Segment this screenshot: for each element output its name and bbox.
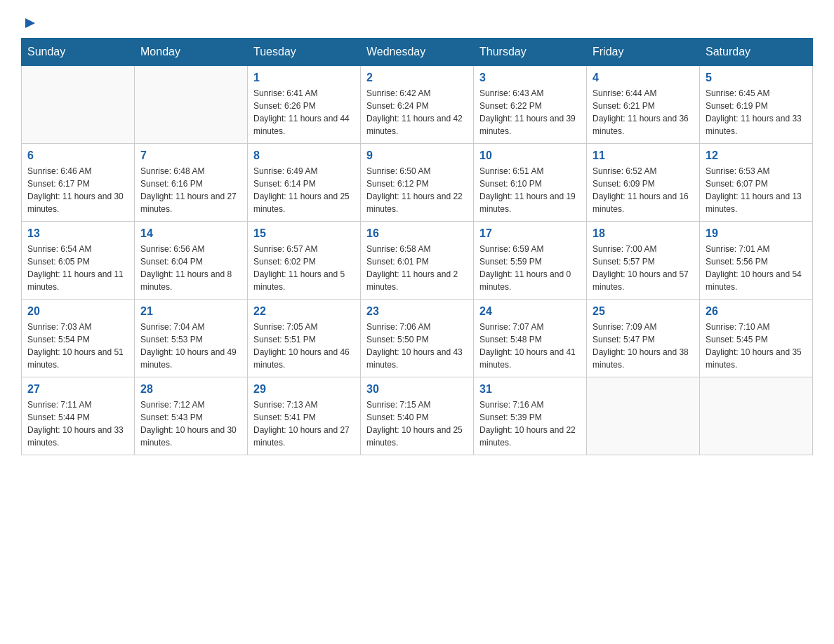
daylight-text: Daylight: 10 hours and 46 minutes. bbox=[253, 346, 355, 371]
day-info: Sunrise: 7:16 AMSunset: 5:39 PMDaylight:… bbox=[479, 398, 581, 449]
sunset-text: Sunset: 6:17 PM bbox=[27, 177, 128, 190]
calendar-cell: 4Sunrise: 6:44 AMSunset: 6:21 PMDaylight… bbox=[587, 66, 700, 144]
sunset-text: Sunset: 6:10 PM bbox=[479, 177, 581, 190]
day-info: Sunrise: 6:52 AMSunset: 6:09 PMDaylight:… bbox=[593, 165, 694, 215]
week-row-3: 20Sunrise: 7:03 AMSunset: 5:54 PMDayligh… bbox=[22, 300, 813, 377]
day-number: 7 bbox=[140, 149, 241, 162]
day-number: 8 bbox=[253, 149, 355, 162]
day-info: Sunrise: 6:56 AMSunset: 6:04 PMDaylight:… bbox=[140, 243, 241, 293]
sunset-text: Sunset: 5:50 PM bbox=[366, 333, 468, 346]
daylight-text: Daylight: 10 hours and 51 minutes. bbox=[27, 346, 128, 371]
calendar-cell: 6Sunrise: 6:46 AMSunset: 6:17 PMDaylight… bbox=[22, 144, 135, 222]
daylight-text: Daylight: 11 hours and 8 minutes. bbox=[140, 268, 241, 293]
day-number: 23 bbox=[366, 305, 468, 318]
day-info: Sunrise: 6:43 AMSunset: 6:22 PMDaylight:… bbox=[479, 87, 581, 137]
calendar-cell: 13Sunrise: 6:54 AMSunset: 6:05 PMDayligh… bbox=[22, 222, 135, 300]
daylight-text: Daylight: 11 hours and 36 minutes. bbox=[593, 112, 694, 137]
sunset-text: Sunset: 6:02 PM bbox=[253, 255, 355, 268]
sunset-text: Sunset: 5:44 PM bbox=[27, 411, 128, 424]
day-info: Sunrise: 6:48 AMSunset: 6:16 PMDaylight:… bbox=[140, 165, 241, 215]
sunrise-text: Sunrise: 7:13 AM bbox=[253, 398, 355, 411]
sunrise-text: Sunrise: 6:42 AM bbox=[366, 87, 468, 100]
day-info: Sunrise: 6:44 AMSunset: 6:21 PMDaylight:… bbox=[593, 87, 694, 137]
header-tuesday: Tuesday bbox=[248, 39, 361, 66]
sunrise-text: Sunrise: 6:57 AM bbox=[253, 243, 355, 255]
day-info: Sunrise: 6:50 AMSunset: 6:12 PMDaylight:… bbox=[366, 165, 468, 215]
daylight-text: Daylight: 11 hours and 5 minutes. bbox=[253, 268, 355, 293]
sunset-text: Sunset: 5:48 PM bbox=[479, 333, 581, 346]
sunrise-text: Sunrise: 6:52 AM bbox=[593, 165, 694, 177]
calendar-cell: 17Sunrise: 6:59 AMSunset: 5:59 PMDayligh… bbox=[474, 222, 587, 300]
sunset-text: Sunset: 6:16 PM bbox=[140, 177, 241, 190]
sunrise-text: Sunrise: 6:54 AM bbox=[27, 243, 128, 255]
sunset-text: Sunset: 6:26 PM bbox=[253, 100, 355, 112]
sunset-text: Sunset: 6:19 PM bbox=[706, 100, 807, 112]
week-row-1: 6Sunrise: 6:46 AMSunset: 6:17 PMDaylight… bbox=[22, 144, 813, 222]
calendar-cell: 9Sunrise: 6:50 AMSunset: 6:12 PMDaylight… bbox=[361, 144, 474, 222]
calendar-cell: 12Sunrise: 6:53 AMSunset: 6:07 PMDayligh… bbox=[700, 144, 813, 222]
sunset-text: Sunset: 6:05 PM bbox=[27, 255, 128, 268]
daylight-text: Daylight: 11 hours and 11 minutes. bbox=[27, 268, 128, 293]
calendar-cell: 1Sunrise: 6:41 AMSunset: 6:26 PMDaylight… bbox=[248, 66, 361, 144]
sunrise-text: Sunrise: 7:00 AM bbox=[593, 243, 694, 255]
sunset-text: Sunset: 5:53 PM bbox=[140, 333, 241, 346]
calendar-cell: 25Sunrise: 7:09 AMSunset: 5:47 PMDayligh… bbox=[587, 300, 700, 377]
sunrise-text: Sunrise: 6:48 AM bbox=[140, 165, 241, 177]
day-info: Sunrise: 7:12 AMSunset: 5:43 PMDaylight:… bbox=[140, 398, 241, 449]
sunset-text: Sunset: 6:14 PM bbox=[253, 177, 355, 190]
daylight-text: Daylight: 11 hours and 22 minutes. bbox=[366, 190, 468, 215]
sunrise-text: Sunrise: 7:11 AM bbox=[27, 398, 128, 411]
daylight-text: Daylight: 10 hours and 41 minutes. bbox=[479, 346, 581, 371]
calendar-cell: 28Sunrise: 7:12 AMSunset: 5:43 PMDayligh… bbox=[135, 377, 248, 455]
calendar-cell: 7Sunrise: 6:48 AMSunset: 6:16 PMDaylight… bbox=[135, 144, 248, 222]
calendar-cell: 31Sunrise: 7:16 AMSunset: 5:39 PMDayligh… bbox=[474, 377, 587, 455]
sunrise-text: Sunrise: 6:45 AM bbox=[706, 87, 807, 100]
day-info: Sunrise: 6:46 AMSunset: 6:17 PMDaylight:… bbox=[27, 165, 128, 215]
sunset-text: Sunset: 5:39 PM bbox=[479, 411, 581, 424]
sunset-text: Sunset: 5:45 PM bbox=[706, 333, 807, 346]
sunset-text: Sunset: 5:47 PM bbox=[593, 333, 694, 346]
day-info: Sunrise: 6:51 AMSunset: 6:10 PMDaylight:… bbox=[479, 165, 581, 215]
daylight-text: Daylight: 10 hours and 25 minutes. bbox=[366, 424, 468, 449]
day-info: Sunrise: 6:57 AMSunset: 6:02 PMDaylight:… bbox=[253, 243, 355, 293]
header-thursday: Thursday bbox=[474, 39, 587, 66]
header-wednesday: Wednesday bbox=[361, 39, 474, 66]
sunrise-text: Sunrise: 7:04 AM bbox=[140, 321, 241, 333]
sunrise-text: Sunrise: 6:43 AM bbox=[479, 87, 581, 100]
calendar-cell: 14Sunrise: 6:56 AMSunset: 6:04 PMDayligh… bbox=[135, 222, 248, 300]
daylight-text: Daylight: 11 hours and 27 minutes. bbox=[140, 190, 241, 215]
sunrise-text: Sunrise: 6:49 AM bbox=[253, 165, 355, 177]
sunset-text: Sunset: 5:51 PM bbox=[253, 333, 355, 346]
calendar-cell bbox=[587, 377, 700, 455]
day-info: Sunrise: 6:58 AMSunset: 6:01 PMDaylight:… bbox=[366, 243, 468, 293]
day-number: 12 bbox=[706, 149, 807, 162]
sunrise-text: Sunrise: 7:15 AM bbox=[366, 398, 468, 411]
header-monday: Monday bbox=[135, 39, 248, 66]
sunset-text: Sunset: 6:22 PM bbox=[479, 100, 581, 112]
daylight-text: Daylight: 10 hours and 43 minutes. bbox=[366, 346, 468, 371]
daylight-text: Daylight: 11 hours and 30 minutes. bbox=[27, 190, 128, 215]
calendar-cell: 16Sunrise: 6:58 AMSunset: 6:01 PMDayligh… bbox=[361, 222, 474, 300]
calendar-cell: 5Sunrise: 6:45 AMSunset: 6:19 PMDaylight… bbox=[700, 66, 813, 144]
sunset-text: Sunset: 6:01 PM bbox=[366, 255, 468, 268]
calendar-cell: 19Sunrise: 7:01 AMSunset: 5:56 PMDayligh… bbox=[700, 222, 813, 300]
header-friday: Friday bbox=[587, 39, 700, 66]
calendar-cell: 18Sunrise: 7:00 AMSunset: 5:57 PMDayligh… bbox=[587, 222, 700, 300]
daylight-text: Daylight: 11 hours and 33 minutes. bbox=[706, 112, 807, 137]
day-info: Sunrise: 6:54 AMSunset: 6:05 PMDaylight:… bbox=[27, 243, 128, 293]
calendar-cell: 2Sunrise: 6:42 AMSunset: 6:24 PMDaylight… bbox=[361, 66, 474, 144]
daylight-text: Daylight: 10 hours and 30 minutes. bbox=[140, 424, 241, 449]
sunrise-text: Sunrise: 6:46 AM bbox=[27, 165, 128, 177]
day-number: 31 bbox=[479, 383, 581, 396]
day-number: 1 bbox=[253, 72, 355, 84]
sunset-text: Sunset: 6:09 PM bbox=[593, 177, 694, 190]
sunrise-text: Sunrise: 7:16 AM bbox=[479, 398, 581, 411]
sunset-text: Sunset: 5:57 PM bbox=[593, 255, 694, 268]
daylight-text: Daylight: 11 hours and 19 minutes. bbox=[479, 190, 581, 215]
day-number: 15 bbox=[253, 227, 355, 240]
day-number: 25 bbox=[593, 305, 694, 318]
calendar-cell: 8Sunrise: 6:49 AMSunset: 6:14 PMDaylight… bbox=[248, 144, 361, 222]
calendar-cell: 24Sunrise: 7:07 AMSunset: 5:48 PMDayligh… bbox=[474, 300, 587, 377]
day-info: Sunrise: 7:03 AMSunset: 5:54 PMDaylight:… bbox=[27, 321, 128, 371]
day-info: Sunrise: 6:49 AMSunset: 6:14 PMDaylight:… bbox=[253, 165, 355, 215]
